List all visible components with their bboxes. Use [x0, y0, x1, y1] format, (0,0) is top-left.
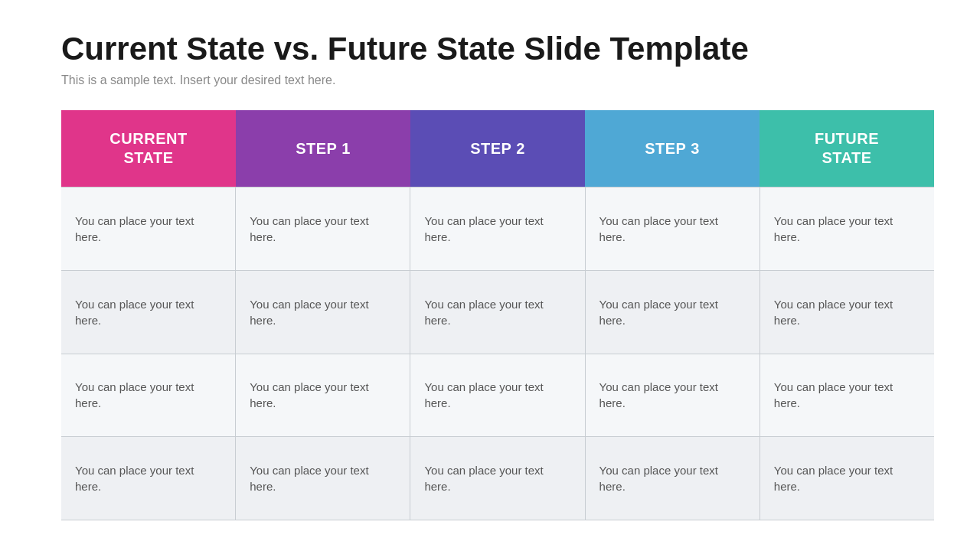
page-title: Current State vs. Future State Slide Tem… [61, 31, 934, 67]
table-cell-r1-c0: You can place your text here. [61, 271, 236, 354]
table-cell-r2-c2: You can place your text here. [410, 354, 585, 437]
table-cell-r0-c0: You can place your text here. [61, 187, 236, 270]
header-cell-step2: STEP 2 [410, 110, 585, 187]
table-cell-r2-c4: You can place your text here. [760, 354, 934, 437]
table-cell-r1-c2: You can place your text here. [410, 271, 585, 354]
header-row: CURRENTSTATESTEP 1STEP 2STEP 3FUTURESTAT… [61, 110, 934, 187]
table-cell-r0-c1: You can place your text here. [236, 187, 410, 270]
table-cell-r3-c0: You can place your text here. [61, 437, 236, 520]
table-cell-r2-c1: You can place your text here. [236, 354, 410, 437]
data-rows: You can place your text here.You can pla… [61, 187, 934, 520]
page-subtitle: This is a sample text. Insert your desir… [61, 73, 934, 87]
table-row: You can place your text here.You can pla… [61, 354, 934, 437]
table-cell-r3-c4: You can place your text here. [760, 437, 934, 520]
header-cell-step3: STEP 3 [585, 110, 760, 187]
table-cell-r1-c3: You can place your text here. [586, 271, 760, 354]
table-row: You can place your text here.You can pla… [61, 187, 934, 270]
table-cell-r3-c3: You can place your text here. [586, 437, 760, 520]
table-cell-r1-c1: You can place your text here. [236, 271, 410, 354]
table-cell-r2-c3: You can place your text here. [586, 354, 760, 437]
table-wrapper: CURRENTSTATESTEP 1STEP 2STEP 3FUTURESTAT… [61, 110, 934, 520]
table-cell-r2-c0: You can place your text here. [61, 354, 236, 437]
header-cell-current-state: CURRENTSTATE [61, 110, 236, 187]
table-container: CURRENTSTATESTEP 1STEP 2STEP 3FUTURESTAT… [61, 110, 934, 520]
table-cell-r0-c3: You can place your text here. [586, 187, 760, 270]
table-row: You can place your text here.You can pla… [61, 436, 934, 520]
table-cell-r0-c2: You can place your text here. [410, 187, 585, 270]
header-cell-step1: STEP 1 [236, 110, 410, 187]
table-cell-r1-c4: You can place your text here. [760, 271, 934, 354]
table-row: You can place your text here.You can pla… [61, 270, 934, 354]
table-cell-r3-c1: You can place your text here. [236, 437, 410, 520]
table-cell-r0-c4: You can place your text here. [760, 187, 934, 270]
header-cell-future-state: FUTURESTATE [760, 110, 934, 187]
table-cell-r3-c2: You can place your text here. [410, 437, 585, 520]
